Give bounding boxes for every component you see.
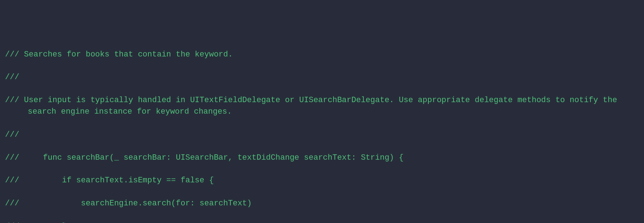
doc-comment-line-1: /// Searches for books that contain the … xyxy=(5,49,639,60)
doc-comment-line-6: /// if searchText.isEmpty == false { xyxy=(5,175,639,186)
doc-comment-line-2: /// xyxy=(5,72,639,83)
doc-comment-line-3: /// User input is typically handled in U… xyxy=(5,95,639,118)
doc-comment-line-4: /// xyxy=(5,129,639,141)
doc-comment-line-8: /// } xyxy=(5,221,639,223)
doc-comment-line-7: /// searchEngine.search(for: searchText) xyxy=(5,198,639,209)
doc-comment-line-5: /// func searchBar(_ searchBar: UISearch… xyxy=(5,152,639,164)
